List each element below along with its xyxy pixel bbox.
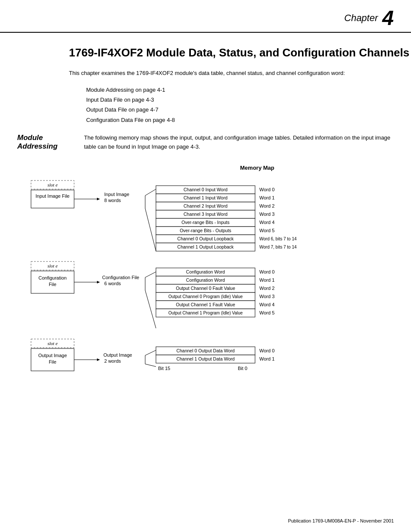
chapter-label: Chapter: [344, 12, 378, 24]
row-ch1-input: Channel 1 Input Word: [184, 195, 227, 200]
word-4-config: Word 4: [259, 302, 274, 307]
config-file-middle-label-2: 6 words: [104, 281, 121, 286]
row-ch1-program: Output Channel 1 Program (Idle) Value: [168, 311, 243, 315]
svg-line-6: [145, 208, 156, 251]
slot-label-output: slot e: [47, 341, 58, 346]
section-heading: Module Addressing: [17, 134, 84, 152]
intro-text: This chapter examines the 1769-IF4XOF2 m…: [69, 69, 394, 78]
body-section: This chapter examines the 1769-IF4XOF2 m…: [69, 69, 394, 125]
section-body: The following memory map shows the input…: [84, 134, 394, 152]
word-0-config: Word 0: [259, 269, 274, 274]
word-2-config: Word 2: [259, 286, 274, 291]
svg-marker-32: [97, 358, 100, 361]
svg-marker-19: [97, 281, 100, 283]
row-ch0-program: Output Channel 0 Program (Idle) Value: [168, 294, 243, 299]
svg-line-5: [145, 189, 156, 196]
svg-line-20: [145, 272, 156, 277]
svg-line-34: [145, 364, 156, 367]
word-7-input: Word 7, bits 7 to 14: [259, 245, 297, 249]
toc-item-4: Configuration Data File on page 4-8: [86, 115, 394, 125]
row-ch0-loopback: Channel 0 Output Loopback: [177, 236, 234, 241]
row-config-word-0: Configuration Word: [186, 269, 225, 274]
word-1-input: Word 1: [259, 195, 274, 200]
output-image-middle-label-2: 2 words: [104, 358, 121, 364]
row-ch0-fault: Output Channel 0 Fault Value: [176, 286, 235, 291]
config-file-label-1: Configuration: [38, 275, 66, 280]
page-title: 1769-IF4XOF2 Module Data, Status, and Co…: [69, 46, 411, 60]
row-overrange-inputs: Over-range Bits - Inputs: [181, 220, 229, 225]
input-image-middle-label: Input Image: [104, 192, 129, 197]
bit-15-label: Bit 15: [158, 366, 170, 371]
row-config-word-1: Configuration Word: [186, 277, 225, 283]
row-ch3-input: Channel 3 Input Word: [184, 212, 227, 217]
word-6-input: Word 6, bits 7 to 14: [259, 236, 297, 241]
toc-item-2: Input Data File on page 4-3: [86, 95, 394, 105]
output-image-middle-label-1: Output Image: [103, 352, 132, 358]
word-3-input: Word 3: [259, 212, 274, 217]
input-image-file-label: Input Image File: [36, 193, 70, 199]
slot-label-input: slot e: [47, 182, 58, 187]
row-ch1-output: Channel 1 Output Data Word: [176, 356, 234, 361]
word-1-output: Word 1: [259, 356, 274, 361]
toc-item-3: Output Data File on page 4-7: [86, 105, 394, 115]
output-image-file-label-2: File: [49, 359, 56, 364]
output-image-file-label-1: Output Image: [38, 353, 67, 358]
word-0-input: Word 0: [259, 187, 274, 192]
row-ch2-input: Channel 2 Input Word: [184, 203, 227, 208]
svg-marker-3: [97, 198, 100, 200]
word-0-output: Word 0: [259, 348, 274, 353]
word-5-input: Word 5: [259, 228, 274, 233]
row-ch0-output: Channel 0 Output Data Word: [176, 348, 234, 353]
toc-list: Module Addressing on page 4-1 Input Data…: [86, 85, 394, 125]
row-overrange-outputs: Over-range Bits - Outputs: [180, 228, 231, 233]
word-1-config: Word 1: [259, 277, 274, 283]
row-ch1-fault: Output Channel 1 Fault Value: [176, 302, 235, 307]
config-file-label-2: File: [49, 282, 56, 287]
word-5-config: Word 5: [259, 310, 274, 315]
row-ch1-loopback: Channel 1 Output Loopback: [177, 244, 234, 249]
word-3-config: Word 3: [259, 294, 274, 299]
svg-line-33: [145, 350, 156, 355]
svg-text:8 words: 8 words: [104, 198, 121, 203]
module-addressing-section: Module Addressing The following memory m…: [0, 134, 411, 152]
word-4-input: Word 4: [259, 220, 274, 225]
row-ch0-input: Channel 0 Input Word: [184, 187, 227, 192]
memory-map-diagram: Memory Map slot e Input Image File Input…: [17, 165, 411, 413]
page: Chapter 4 1769-IF4XOF2 Module Data, Stat…: [0, 0, 411, 532]
bit-0-label: Bit 0: [238, 366, 247, 371]
svg-rect-1: [31, 190, 74, 208]
publication-info: Publication 1769-UM008A-EN-P - November …: [288, 518, 394, 523]
toc-item-1: Module Addressing on page 4-1: [86, 85, 394, 95]
svg-line-21: [145, 290, 156, 328]
config-file-middle-label-1: Configuration File: [102, 275, 139, 280]
chapter-header: Chapter 4: [0, 0, 411, 33]
diagram-title: Memory Map: [103, 165, 411, 171]
chapter-number: 4: [382, 8, 394, 28]
page-footer: Publication 1769-UM008A-EN-P - November …: [288, 518, 394, 523]
slot-label-config: slot e: [47, 263, 58, 268]
word-2-input: Word 2: [259, 203, 274, 208]
diagram-svg: slot e Input Image File Input Image 8 wo…: [27, 176, 402, 413]
